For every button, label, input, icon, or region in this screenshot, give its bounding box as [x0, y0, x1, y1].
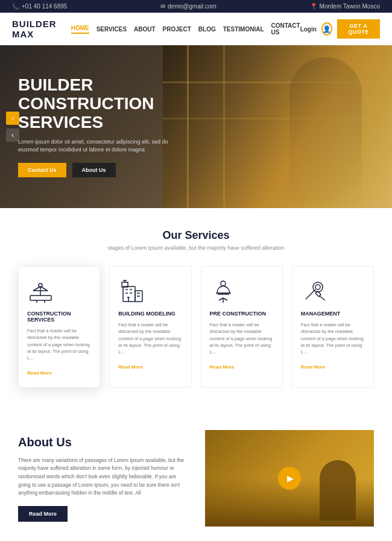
svg-line-27: [306, 289, 315, 299]
phone-icon: 📞: [12, 3, 19, 10]
login-button[interactable]: Login: [300, 26, 317, 33]
location-icon: 📍: [310, 3, 317, 10]
svg-line-26: [223, 298, 227, 300]
logo: BUILDER MAX: [12, 19, 71, 39]
navbar: BUILDER MAX HOME SERVICES ABOUT PROJECT …: [0, 13, 392, 45]
svg-point-23: [221, 281, 226, 286]
service-card-pre[interactable]: PRE CONSTRUCTION Fact that a reader will…: [201, 266, 283, 388]
hero-section: BUILDER CONSTRUCTION SERVICES Lorem ipsu…: [0, 45, 392, 208]
service-3-desc: Fact that a reader will be distracted by…: [210, 321, 274, 355]
service-4-link[interactable]: Read More: [301, 364, 326, 370]
prev-arrow[interactable]: ‹: [6, 128, 19, 142]
service-card-construction[interactable]: CONSTRUCTION SERVICES Fact that a reader…: [18, 266, 100, 388]
about-description: There are many variations of passages of…: [18, 457, 187, 498]
video-thumbnail[interactable]: [205, 430, 374, 527]
svg-rect-8: [123, 286, 135, 302]
nav-testimonial[interactable]: TESTIMONIAL: [223, 26, 264, 33]
service-1-desc: Fact that a reader will be distracted by…: [27, 327, 91, 361]
about-read-more[interactable]: Read More: [18, 506, 68, 522]
hero-description: Lorem ipsum dolor sit amet, consectetur …: [18, 138, 187, 154]
contact-us-button[interactable]: Contact Us: [18, 163, 66, 177]
nav-services[interactable]: SERVICES: [96, 26, 127, 33]
nav-blog[interactable]: BLOG: [198, 26, 216, 33]
management-icon: [301, 277, 328, 305]
play-button[interactable]: [278, 467, 301, 490]
next-arrow[interactable]: ›: [6, 112, 19, 125]
main-nav: HOME SERVICES ABOUT PROJECT BLOG TESTIMO…: [71, 22, 300, 36]
services-section: Our Services stages of Lorem Ipsum avail…: [0, 208, 392, 409]
construction-icon: [27, 277, 54, 305]
service-3-title: PRE CONSTRUCTION: [210, 311, 274, 317]
service-1-link[interactable]: Read More: [27, 370, 52, 376]
about-section: About Us There are many variations of pa…: [0, 409, 392, 541]
service-card-building[interactable]: BUILDING MODELING Fact that a reader wil…: [109, 266, 191, 388]
nav-home[interactable]: HOME: [71, 25, 89, 34]
services-grid: CONSTRUCTION SERVICES Fact that a reader…: [18, 266, 374, 388]
svg-point-29: [315, 285, 320, 289]
service-2-link[interactable]: Read More: [118, 364, 143, 370]
building-icon: [118, 277, 145, 305]
svg-rect-31: [315, 291, 321, 297]
about-title: About Us: [18, 435, 187, 449]
hero-content: BUILDER CONSTRUCTION SERVICES Lorem ipsu…: [0, 76, 205, 177]
user-icon[interactable]: 👤: [321, 22, 332, 36]
service-card-management[interactable]: MANAGEMENT Fact that a reader will be di…: [292, 266, 374, 388]
svg-rect-0: [30, 296, 51, 300]
services-title: Our Services: [18, 229, 374, 242]
preconstruction-icon: [210, 277, 237, 305]
about-video: [205, 430, 374, 527]
service-4-desc: Fact that a reader will be distracted by…: [301, 321, 365, 355]
service-1-title: CONSTRUCTION SERVICES: [27, 311, 91, 323]
hero-arrows: › ‹: [6, 112, 19, 142]
nav-project[interactable]: PROJECT: [163, 26, 191, 33]
svg-point-28: [313, 282, 323, 292]
service-4-title: MANAGEMENT: [301, 311, 365, 317]
email-info: ✉ demo@gmail.com: [160, 3, 217, 10]
service-2-desc: Fact that a reader will be distracted by…: [118, 321, 182, 355]
service-3-link[interactable]: Read More: [210, 364, 235, 370]
top-bar: 📞 +01 40 114 6895 ✉ demo@gmail.com 📍 Mor…: [0, 0, 392, 13]
phone-info: 📞 +01 40 114 6895: [12, 3, 67, 10]
service-2-title: BUILDING MODELING: [118, 311, 182, 317]
about-text: About Us There are many variations of pa…: [18, 435, 187, 522]
hero-buttons: Contact Us About Us: [18, 163, 187, 177]
svg-line-25: [219, 298, 223, 300]
nav-about[interactable]: ABOUT: [134, 26, 156, 33]
nav-contact[interactable]: CONTACT US: [271, 22, 300, 36]
location-info: 📍 Mordem Tawon Mosco: [310, 3, 380, 10]
nav-right: Login 👤 GET A QUOTE: [300, 19, 380, 39]
about-us-button[interactable]: About Us: [72, 163, 116, 177]
hero-title: BUILDER CONSTRUCTION SERVICES: [18, 76, 187, 131]
quote-button[interactable]: GET A QUOTE: [337, 19, 380, 39]
email-icon: ✉: [160, 3, 165, 10]
services-subtitle: stages of Lorem Ipsum available, but the…: [18, 245, 374, 251]
